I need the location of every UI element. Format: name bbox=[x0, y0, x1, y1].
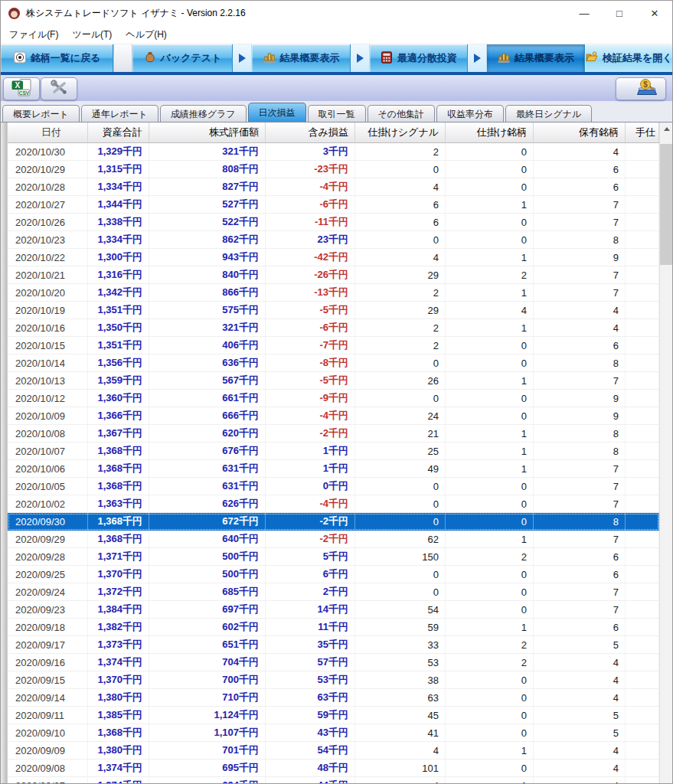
table-row[interactable]: 2020/09/171,373千円651千円35千円3325 bbox=[8, 636, 659, 654]
table-row[interactable]: 2020/09/071,374千円694千円44千円414 bbox=[8, 777, 659, 784]
cell-exit bbox=[626, 372, 659, 389]
table-row[interactable]: 2020/10/231,334千円862千円23千円008 bbox=[8, 231, 659, 249]
cell-date: 2020/10/28 bbox=[8, 178, 88, 195]
tab-5[interactable]: 取引一覧 bbox=[308, 105, 366, 122]
table-row[interactable]: 2020/10/291,315千円808千円-23千円006 bbox=[8, 161, 659, 178]
nav-button-result-summary-2[interactable]: 結果概要表示 bbox=[487, 44, 585, 72]
cell-entry_stocks: 2 bbox=[446, 266, 534, 283]
nav-button-back-to-stock-list[interactable]: 銘柄一覧に戻る bbox=[1, 44, 113, 72]
vertical-scrollbar[interactable] bbox=[659, 122, 672, 784]
tab-8[interactable]: 最終日シグナル bbox=[505, 105, 592, 122]
column-header-exit[interactable]: 手仕 bbox=[626, 122, 659, 142]
vertical-scroll-thumb[interactable] bbox=[660, 144, 673, 265]
cell-total: 1,342千円 bbox=[88, 284, 149, 301]
table-row[interactable]: 2020/10/141,356千円636千円-8千円008 bbox=[8, 354, 659, 372]
table-row[interactable]: 2020/10/071,368千円676千円1千円2518 bbox=[8, 443, 659, 460]
column-header-date[interactable]: 日付 bbox=[8, 122, 88, 142]
table-row[interactable]: 2020/09/091,380千円701千円54千円414 bbox=[8, 742, 659, 760]
table-row[interactable]: 2020/10/201,342千円866千円-13千円217 bbox=[8, 284, 659, 302]
table-row[interactable]: 2020/09/301,368千円672千円-2千円008 bbox=[8, 513, 659, 531]
table-row[interactable]: 2020/09/241,372千円685千円2千円007 bbox=[8, 583, 659, 601]
column-header-unrealized_pl[interactable]: 含み損益 bbox=[266, 122, 355, 142]
tab-3[interactable]: 成績推移グラフ bbox=[160, 105, 247, 122]
table-row[interactable]: 2020/10/061,368千円631千円1千円4917 bbox=[8, 460, 659, 478]
table-row[interactable]: 2020/09/161,374千円704千円57千円5324 bbox=[8, 654, 659, 671]
table-row[interactable]: 2020/09/291,368千円640千円-2千円6217 bbox=[8, 531, 659, 548]
table-row[interactable]: 2020/10/021,363千円626千円-4千円007 bbox=[8, 495, 659, 513]
table-row[interactable]: 2020/10/081,367千円620千円-2千円2118 bbox=[8, 425, 659, 443]
tab-6[interactable]: その他集計 bbox=[368, 105, 436, 122]
table-row[interactable]: 2020/10/091,366千円666千円-4千円2409 bbox=[8, 407, 659, 425]
minimize-button[interactable]: — bbox=[567, 1, 602, 25]
nav-button-open-verification-results[interactable]: 検証結果を開く bbox=[585, 44, 673, 72]
table-row[interactable]: 2020/10/261,338千円522千円-11千円607 bbox=[8, 214, 659, 231]
nav-button-backtest[interactable]: バックテスト bbox=[132, 44, 233, 72]
cell-total: 1,366千円 bbox=[88, 407, 149, 424]
cell-entry_signals: 2 bbox=[355, 143, 446, 160]
cell-date: 2020/09/17 bbox=[8, 636, 88, 653]
table-row[interactable]: 2020/09/231,384千円697千円14千円5407 bbox=[8, 601, 659, 619]
maximize-button[interactable]: □ bbox=[602, 1, 637, 25]
tab-4[interactable]: 日次損益 bbox=[248, 103, 306, 122]
menu-item-tools[interactable]: ツール(T) bbox=[65, 28, 119, 41]
cell-exit bbox=[626, 513, 659, 530]
table-row[interactable]: 2020/09/151,370千円700千円53千円3804 bbox=[8, 671, 659, 689]
cell-stock_value: 567千円 bbox=[149, 372, 266, 389]
table-row[interactable]: 2020/09/181,382千円602千円11千円5916 bbox=[8, 619, 659, 636]
column-header-entry_signals[interactable]: 仕掛けシグナル bbox=[355, 122, 446, 142]
column-header-stock_value[interactable]: 株式評価額 bbox=[149, 122, 266, 142]
cell-entry_stocks: 1 bbox=[446, 531, 534, 547]
table-row[interactable]: 2020/10/211,316千円840千円-26千円2927 bbox=[8, 266, 659, 284]
table-row[interactable]: 2020/10/161,350千円321千円-6千円214 bbox=[8, 319, 659, 337]
scroll-up-arrow-icon[interactable] bbox=[660, 122, 673, 136]
table-row[interactable]: 2020/09/101,368千円1,107千円43千円4105 bbox=[8, 724, 659, 742]
table-row[interactable]: 2020/09/081,374千円695千円48千円10104 bbox=[8, 760, 659, 777]
table-row[interactable]: 2020/10/271,344千円527千円-6千円617 bbox=[8, 196, 659, 214]
cell-total: 1,359千円 bbox=[88, 372, 149, 389]
cell-entry_stocks: 1 bbox=[446, 425, 534, 442]
cell-held_stocks: 5 bbox=[534, 707, 626, 724]
column-header-total[interactable]: 資産合計 bbox=[88, 122, 149, 142]
table-row[interactable]: 2020/10/221,300千円943千円-42千円419 bbox=[8, 249, 659, 266]
menubar: ファイル(F)ツール(T)ヘルプ(H) bbox=[1, 25, 672, 44]
table-row[interactable]: 2020/09/111,385千円1,124千円59千円4505 bbox=[8, 707, 659, 724]
tab-7[interactable]: 収益率分布 bbox=[436, 105, 504, 122]
tab-2[interactable]: 通年レポート bbox=[81, 105, 158, 122]
cell-entry_stocks: 0 bbox=[446, 583, 534, 600]
settings-wrench-button[interactable] bbox=[41, 77, 77, 100]
cell-unrealized_pl: 23千円 bbox=[266, 231, 355, 248]
cell-date: 2020/10/02 bbox=[8, 495, 88, 512]
cell-held_stocks: 8 bbox=[534, 425, 626, 442]
nav-button-optimal-diversification[interactable]: 最適分散投資 bbox=[370, 44, 468, 72]
table-row[interactable]: 2020/09/251,370千円500千円6千円006 bbox=[8, 566, 659, 583]
cell-total: 1,372千円 bbox=[88, 583, 149, 600]
table-row[interactable]: 2020/10/051,368千円631千円0千円007 bbox=[8, 478, 659, 495]
cell-stock_value: 697千円 bbox=[149, 601, 266, 618]
table-row[interactable]: 2020/10/131,359千円567千円-5千円2617 bbox=[8, 372, 659, 390]
table-row[interactable]: 2020/09/281,371千円500千円5千円15026 bbox=[8, 548, 659, 566]
close-button[interactable]: ✕ bbox=[637, 1, 672, 25]
cell-stock_value: 862千円 bbox=[149, 231, 266, 248]
export-csv-button[interactable]: XCSV bbox=[3, 77, 40, 100]
column-header-held_stocks[interactable]: 保有銘柄 bbox=[534, 122, 626, 142]
table-row[interactable]: 2020/09/141,380千円710千円63千円6304 bbox=[8, 689, 659, 707]
tab-1[interactable]: 概要レポート bbox=[2, 105, 80, 122]
money-management-button[interactable]: $ bbox=[616, 77, 666, 100]
cell-date: 2020/10/08 bbox=[8, 425, 88, 442]
table-row[interactable]: 2020/10/191,351千円575千円-5千円2944 bbox=[8, 302, 659, 319]
cell-held_stocks: 6 bbox=[534, 178, 626, 195]
table-row[interactable]: 2020/10/281,334千円827千円-4千円406 bbox=[8, 178, 659, 196]
cell-total: 1,363千円 bbox=[88, 495, 149, 512]
cell-stock_value: 626千円 bbox=[149, 495, 266, 512]
menu-item-file[interactable]: ファイル(F) bbox=[2, 28, 65, 41]
bar-chart-icon bbox=[497, 51, 511, 67]
nav-button-result-summary-1[interactable]: 結果概要表示 bbox=[252, 44, 351, 72]
table-row[interactable]: 2020/10/301,329千円321千円3千円204 bbox=[8, 143, 659, 161]
menu-item-help[interactable]: ヘルプ(H) bbox=[119, 28, 174, 41]
table-row[interactable]: 2020/10/151,351千円406千円-7千円206 bbox=[8, 337, 659, 354]
table-row[interactable]: 2020/10/121,360千円661千円-9千円009 bbox=[8, 390, 659, 407]
cell-exit bbox=[626, 671, 659, 688]
column-header-entry_stocks[interactable]: 仕掛け銘柄 bbox=[446, 122, 534, 142]
cell-entry_stocks: 2 bbox=[446, 548, 534, 565]
nav-arrow-triangle bbox=[357, 54, 364, 63]
